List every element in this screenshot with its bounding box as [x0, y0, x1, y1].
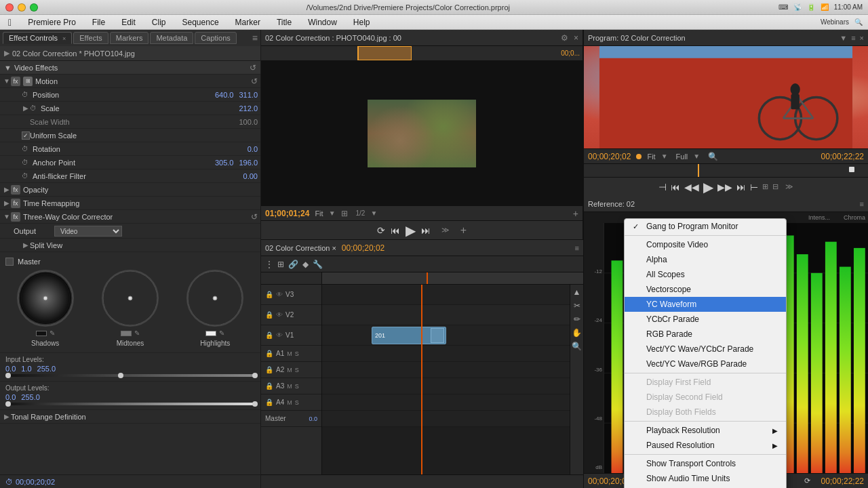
highlights-swatch[interactable]: [205, 331, 216, 336]
prog-play-button[interactable]: ▶: [703, 179, 713, 195]
program-timecode-left[interactable]: 00;00;20;02: [588, 152, 631, 161]
anchor-point-y-value[interactable]: 196.0: [239, 159, 258, 167]
source-fraction-dropdown[interactable]: ▼: [370, 209, 377, 217]
anti-flicker-value[interactable]: 0.00: [243, 172, 258, 180]
minimize-button[interactable]: [18, 3, 26, 12]
time-remapping-row[interactable]: ▶ fx Time Remapping: [0, 197, 260, 210]
link-button[interactable]: 🔗: [288, 260, 298, 269]
tab-close-icon[interactable]: ×: [62, 35, 66, 42]
fit-dropdown-icon[interactable]: ▼: [329, 209, 336, 217]
video-clip-v1[interactable]: 201: [372, 327, 446, 344]
menu-item-paused-resolution[interactable]: Paused Resolution ▶: [625, 438, 786, 453]
timeline-menu-icon[interactable]: ≡: [575, 244, 579, 252]
menu-item-gang[interactable]: ✓ Gang to Program Monitor: [625, 219, 786, 234]
track-row-a2[interactable]: [322, 362, 570, 378]
prog-more-controls[interactable]: ≫: [785, 182, 793, 191]
program-timecode-right[interactable]: 00;00;22;22: [821, 152, 864, 161]
track-label-a1[interactable]: 🔒 A1 M S: [261, 346, 321, 362]
menu-item-alpha[interactable]: Alpha: [625, 252, 786, 267]
select-tool-icon[interactable]: ▲: [573, 287, 581, 297]
tab-markers[interactable]: Markers: [110, 32, 149, 44]
a3-s-icon[interactable]: S: [295, 383, 299, 390]
wrench-button[interactable]: 🔧: [313, 260, 323, 269]
color-corrector-expand-icon[interactable]: ▼: [3, 213, 11, 220]
prog-in-point-button[interactable]: ⊣: [658, 182, 667, 192]
color-corrector-header-row[interactable]: ▼ fx Three-Way Color Corrector ↺: [0, 210, 260, 224]
v2-eye-icon[interactable]: 👁: [276, 311, 283, 319]
motion-reset-icon[interactable]: ↺: [251, 77, 258, 86]
midtones-eyedropper-icon[interactable]: ✎: [134, 329, 140, 337]
add-button[interactable]: +: [573, 208, 578, 219]
expand-icon[interactable]: ▼: [4, 64, 12, 72]
track-row-v2[interactable]: [322, 305, 570, 325]
motion-header-row[interactable]: ▼ fx ⊞ Motion ↺: [0, 75, 260, 88]
source-timecode[interactable]: 01;00;01;24: [265, 209, 309, 218]
anchor-point-row[interactable]: ⏱ Anchor Point 305.0 196.0: [0, 156, 260, 169]
v1-eye-icon[interactable]: 👁: [276, 331, 283, 339]
more-controls-icon[interactable]: ≫: [441, 226, 450, 235]
webinars-link[interactable]: Webinars: [821, 18, 849, 26]
program-quality-label[interactable]: Full: [676, 152, 688, 161]
add-to-timeline-icon[interactable]: +: [460, 224, 467, 237]
step-forward-button[interactable]: ⏭: [421, 225, 431, 236]
track-row-master[interactable]: [322, 411, 570, 427]
tonal-range-expand-icon[interactable]: ▶: [3, 413, 11, 420]
reference-menu-icon[interactable]: ≡: [860, 200, 864, 208]
tab-effects[interactable]: Effects: [73, 32, 108, 44]
uniform-scale-checkbox[interactable]: ✓: [22, 131, 30, 140]
program-scrubber[interactable]: [584, 163, 868, 177]
timeline-timecode[interactable]: 00;00;20;02: [342, 243, 384, 253]
a4-m-icon[interactable]: M: [287, 399, 292, 406]
track-label-master[interactable]: Master 0.0: [261, 411, 321, 427]
track-label-a3[interactable]: 🔒 A3 M S: [261, 378, 321, 394]
scale-expand-icon[interactable]: ▶: [22, 104, 30, 112]
step-back-button[interactable]: ⏮: [391, 225, 400, 236]
shadows-color-wheel[interactable]: [17, 270, 74, 327]
prog-prev-frame-button[interactable]: ◀◀: [684, 182, 699, 192]
a4-lock-icon[interactable]: 🔒: [265, 399, 273, 406]
ref-timecode-right[interactable]: 00;00;22;22: [821, 476, 864, 486]
v3-lock-icon[interactable]: 🔒: [265, 291, 273, 298]
menu-item-playback-resolution[interactable]: Playback Resolution ▶: [625, 423, 786, 438]
input-mid-value[interactable]: 1.0: [21, 365, 31, 373]
rotation-value[interactable]: 0.0: [248, 145, 258, 153]
input-levels-slider[interactable]: [5, 374, 255, 377]
output-black-thumb[interactable]: [5, 401, 11, 407]
master-gain-value[interactable]: 0.0: [309, 415, 317, 422]
menu-edit[interactable]: Edit: [119, 18, 138, 27]
pen-tool-icon[interactable]: ✏: [574, 314, 580, 324]
prog-next-frame-button[interactable]: ▶▶: [717, 182, 732, 192]
menu-marker[interactable]: Marker: [233, 18, 263, 27]
menu-help[interactable]: Help: [351, 18, 373, 27]
panel-menu-icon[interactable]: ≡: [252, 33, 258, 43]
menu-item-ycbcr-parade[interactable]: YCbCr Parade: [625, 312, 786, 327]
input-black-value[interactable]: 0.0: [5, 365, 16, 373]
tab-effect-controls[interactable]: Effect Controls ×: [3, 32, 72, 44]
scale-value[interactable]: 212.0: [239, 104, 258, 113]
rotation-stopwatch-icon[interactable]: ⏱: [22, 145, 30, 153]
highlights-eyedropper-icon[interactable]: ✎: [219, 329, 224, 337]
v2-lock-icon[interactable]: 🔒: [265, 311, 273, 319]
a2-m-icon[interactable]: M: [287, 367, 292, 373]
menu-item-vect-rgb[interactable]: Vect/YC Wave/RGB Parade: [625, 357, 786, 371]
anti-flicker-row[interactable]: ⏱ Anti-flicker Filter 0.00: [0, 169, 260, 183]
loop-button[interactable]: ⟳: [377, 225, 385, 236]
menu-file[interactable]: File: [90, 18, 108, 27]
ripple-button[interactable]: ⊞: [277, 260, 284, 269]
menu-sequence[interactable]: Sequence: [180, 18, 222, 27]
tab-captions[interactable]: Captions: [195, 32, 236, 44]
position-y-value[interactable]: 311.0: [239, 91, 258, 99]
program-zoom-icon[interactable]: 🔍: [708, 152, 718, 161]
menu-item-vectorscope[interactable]: Vectorscope: [625, 282, 786, 297]
tab-metadata[interactable]: Metadata: [150, 32, 193, 44]
program-fit-label[interactable]: Fit: [647, 152, 655, 161]
scale-stopwatch-icon[interactable]: ⏱: [30, 104, 38, 113]
program-fit-dropdown[interactable]: ▼: [661, 152, 668, 160]
menu-item-yc-waveform[interactable]: YC Waveform: [625, 297, 786, 312]
ruler-playhead[interactable]: [427, 272, 428, 284]
track-row-v3[interactable]: [322, 285, 570, 305]
menu-item-show-transport[interactable]: Show Transport Controls: [625, 456, 786, 471]
master-checkbox[interactable]: [5, 258, 14, 266]
program-close-icon[interactable]: ×: [860, 34, 864, 42]
menu-premiere-pro[interactable]: Premiere Pro: [25, 18, 79, 27]
